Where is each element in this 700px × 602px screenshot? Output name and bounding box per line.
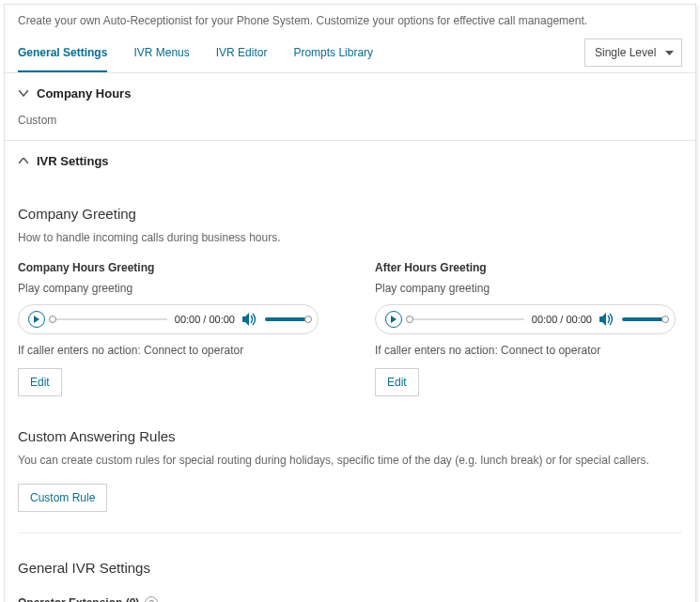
company-audio-time: 00:00 / 00:00 (175, 314, 235, 325)
tab-bar: General Settings IVR Menus IVR Editor Pr… (5, 33, 695, 73)
company-noaction-text: If caller enters no action: Connect to o… (18, 344, 319, 357)
company-greeting-sub: How to handle incoming calls during busi… (18, 231, 682, 244)
progress-slider[interactable] (53, 318, 167, 320)
tab-prompts-library[interactable]: Prompts Library (293, 33, 373, 72)
level-select-value: Single Level (595, 46, 656, 59)
company-edit-button[interactable]: Edit (18, 368, 62, 396)
after-audio-player: 00:00 / 00:00 (375, 304, 676, 334)
chevron-up-icon (18, 156, 29, 167)
after-greeting-line: Play company greeting (375, 282, 676, 295)
info-icon[interactable]: ? (145, 596, 158, 602)
tab-general-settings[interactable]: General Settings (18, 33, 107, 72)
progress-slider[interactable] (410, 318, 524, 320)
play-icon[interactable] (385, 311, 402, 328)
ivr-settings-title: IVR Settings (37, 154, 109, 168)
auto-receptionist-panel: Create your own Auto-Receptionist for yo… (4, 4, 696, 602)
ivr-settings-header[interactable]: IVR Settings (5, 141, 695, 176)
volume-thumb[interactable] (661, 316, 669, 323)
company-greeting-line: Play company greeting (18, 282, 319, 295)
after-hours-greeting: After Hours Greeting Play company greeti… (375, 261, 676, 396)
operator-extension-label: Operator Extension (0) (18, 596, 139, 602)
tab-ivr-editor[interactable]: IVR Editor (216, 33, 268, 72)
chevron-down-icon (18, 88, 29, 100)
after-edit-button[interactable]: Edit (375, 368, 419, 396)
after-audio-time: 00:00 / 00:00 (532, 314, 592, 325)
company-hours-greeting: Company Hours Greeting Play company gree… (18, 261, 319, 396)
progress-thumb[interactable] (406, 316, 413, 323)
volume-slider[interactable] (265, 317, 308, 321)
company-hours-value: Custom (18, 114, 56, 127)
company-hours-title: Company Hours (37, 86, 131, 100)
custom-rules-heading: Custom Answering Rules (18, 428, 682, 444)
play-icon[interactable] (28, 311, 45, 328)
volume-thumb[interactable] (304, 316, 312, 323)
after-noaction-text: If caller enters no action: Connect to o… (375, 344, 676, 357)
divider (18, 533, 682, 533)
custom-rule-button[interactable]: Custom Rule (18, 484, 107, 512)
custom-rules-sub: You can create custom rules for special … (18, 454, 682, 467)
company-hours-header[interactable]: Company Hours (5, 73, 695, 108)
volume-icon[interactable] (242, 313, 257, 326)
general-ivr-heading: General IVR Settings (18, 560, 682, 576)
chevron-down-icon (665, 46, 674, 59)
progress-thumb[interactable] (49, 316, 56, 323)
company-audio-player: 00:00 / 00:00 (18, 304, 319, 334)
intro-text: Create your own Auto-Receptionist for yo… (5, 5, 695, 33)
company-greeting-title: Company Hours Greeting (18, 261, 319, 274)
company-greeting-heading: Company Greeting (18, 206, 682, 222)
level-select[interactable]: Single Level (584, 39, 682, 67)
volume-icon[interactable] (599, 313, 614, 326)
tab-ivr-menus[interactable]: IVR Menus (133, 33, 189, 72)
volume-slider[interactable] (622, 317, 665, 321)
after-greeting-title: After Hours Greeting (375, 261, 676, 274)
